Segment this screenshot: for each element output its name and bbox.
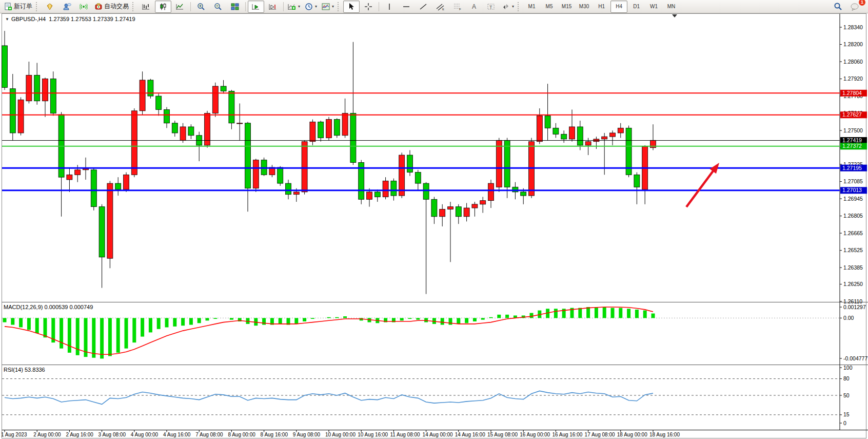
indicators-button[interactable]: ▾	[286, 1, 302, 13]
candle-body	[569, 127, 575, 139]
collapse-triangle-icon[interactable]: ▼	[5, 17, 9, 22]
dropdown-caret-icon: ▾	[315, 4, 317, 9]
zoom-in-button[interactable]	[193, 1, 209, 13]
chat-bubble-icon	[850, 3, 859, 11]
candle-body	[334, 120, 340, 136]
candle-body	[602, 137, 607, 139]
svg-text:E: E	[442, 8, 444, 11]
candle-body	[464, 208, 469, 217]
chart-title: ▼GBPUSD-,H4 1.27359 1.27553 1.27339 1.27…	[5, 16, 135, 22]
chart-canvas[interactable]: 1.283401.282001.280601.279201.277801.276…	[0, 13, 868, 439]
text-icon: A	[470, 3, 478, 11]
trend-arrow-line[interactable]	[686, 167, 716, 207]
zoom-out-button[interactable]	[210, 1, 226, 13]
timeframe-w1-button[interactable]: W1	[645, 1, 662, 13]
chart-shift-button[interactable]	[265, 1, 281, 13]
chart-shift-marker[interactable]	[672, 14, 677, 17]
candle-body	[286, 183, 291, 195]
search-icon	[834, 2, 842, 11]
candle-body	[610, 133, 616, 137]
text-button[interactable]: A	[466, 1, 482, 13]
timeframe-m15-button[interactable]: M15	[558, 1, 575, 13]
candle-body	[124, 175, 129, 189]
templates-button[interactable]: ▾	[320, 1, 336, 13]
auto-scroll-button[interactable]	[248, 1, 264, 13]
candle-body	[180, 127, 186, 140]
mt4-terminal: { "toolbar": { "new_order_label": "新订单",…	[0, 0, 868, 439]
toolbar-separator	[245, 2, 246, 11]
signals-button[interactable]	[75, 1, 92, 13]
crosshair-button[interactable]	[360, 1, 377, 13]
rsi-axis-label: 0	[843, 420, 846, 426]
price-tick-label: 1.26250	[843, 281, 863, 287]
notifications-button[interactable]: 1	[846, 1, 863, 13]
price-badge-label: 1.27419	[842, 137, 862, 143]
time-label: 16 Aug 16:00	[552, 432, 582, 437]
notification-count-badge: 1	[859, 0, 865, 6]
indicators-icon	[288, 3, 296, 11]
horizontal-line-button[interactable]	[398, 1, 415, 13]
vertical-line-icon	[386, 3, 393, 11]
candle-body	[164, 109, 170, 123]
time-label: 8 Aug 00:00	[228, 432, 255, 437]
candle-body	[26, 75, 32, 101]
vertical-line-button[interactable]	[381, 1, 398, 13]
price-axis[interactable]: 1.283401.282001.280601.279201.277801.276…	[840, 24, 867, 304]
cursor-icon	[348, 3, 355, 10]
search-button[interactable]	[830, 1, 846, 13]
candle-body	[545, 116, 550, 128]
arrows-button[interactable]: ▾	[500, 1, 516, 13]
periods-button[interactable]: ▾	[303, 1, 319, 13]
candle-body	[10, 89, 15, 133]
gem-icon	[46, 3, 54, 11]
candle-body	[99, 207, 105, 257]
bar-chart-button[interactable]	[138, 1, 154, 13]
timeframe-h1-button[interactable]: H1	[593, 1, 610, 13]
timeframe-d1-button[interactable]: D1	[628, 1, 645, 13]
trendline-button[interactable]	[415, 1, 431, 13]
macd-axis-label: -0.004777	[843, 355, 867, 361]
timeframe-bar: M1M5M15M30H1H4D1W1MN	[523, 1, 680, 13]
timeframe-mn-button[interactable]: MN	[663, 1, 680, 13]
fibonacci-button[interactable]: F	[449, 1, 465, 13]
timeframe-m1-button[interactable]: M1	[523, 1, 540, 13]
candle-body	[383, 181, 388, 197]
time-label: 11 Aug 08:00	[390, 432, 420, 437]
time-label: 1 Aug 2023	[1, 432, 27, 437]
macd-axis-label: 0.00	[843, 315, 854, 321]
time-axis[interactable]: 1 Aug 20232 Aug 00:002 Aug 16:003 Aug 08…	[1, 430, 680, 438]
channel-button[interactable]: E	[432, 1, 448, 13]
timeframe-h4-button[interactable]: H4	[610, 1, 627, 13]
timeframe-m5-button[interactable]: M5	[541, 1, 558, 13]
text-label-button[interactable]: T	[483, 1, 499, 13]
auto-trading-button[interactable]: 自动交易	[92, 1, 131, 13]
zoom-in-icon	[197, 3, 205, 11]
signal-icon	[80, 3, 88, 11]
candle-body	[188, 127, 194, 136]
price-tick-label: 1.27500	[843, 127, 863, 133]
main-toolbar: 新订单 自动交易	[0, 0, 868, 13]
community-button[interactable]	[58, 1, 75, 13]
time-label: 16 Aug 00:00	[520, 432, 550, 437]
line-chart-button[interactable]	[172, 1, 188, 13]
price-badge-label: 1.27804	[842, 90, 862, 96]
rsi-line	[5, 391, 653, 404]
price-tick-label: 1.26665	[843, 230, 863, 236]
candle-body	[521, 192, 526, 196]
horizontal-line-icon	[402, 3, 410, 11]
candle-body	[456, 207, 461, 217]
timeframe-m30-button[interactable]: M30	[576, 1, 593, 13]
candle-body	[561, 134, 567, 139]
candle-body	[423, 183, 429, 199]
candlestick-chart-button[interactable]	[155, 1, 171, 13]
tile-windows-button[interactable]	[227, 1, 243, 13]
candle-body	[480, 201, 486, 204]
time-label: 8 Aug 16:00	[261, 432, 288, 437]
candle-body	[310, 122, 315, 141]
mql5-market-button[interactable]	[42, 1, 58, 13]
candle-body	[237, 123, 243, 124]
new-order-button[interactable]: 新订单	[2, 1, 34, 13]
macd-values: 0.000539 0.000749	[44, 304, 93, 310]
candle-body	[374, 192, 380, 197]
cursor-button[interactable]	[343, 1, 360, 13]
